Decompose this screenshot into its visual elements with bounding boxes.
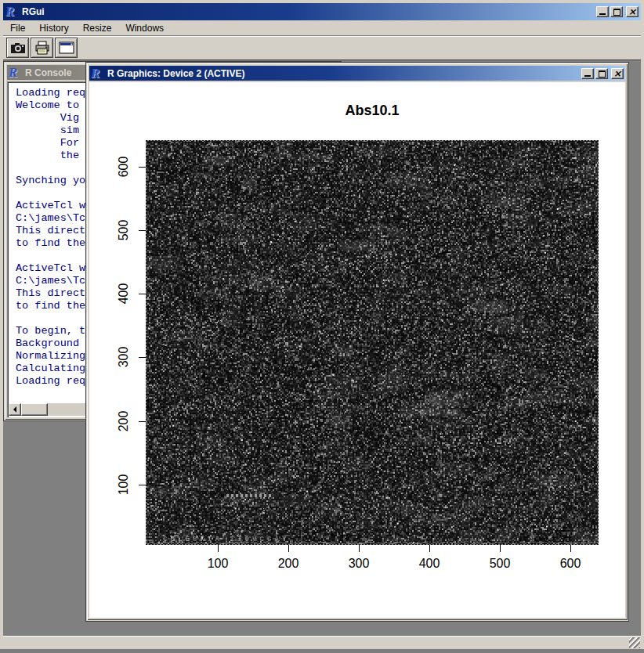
minimize-button[interactable] [596, 6, 609, 17]
new-window-button[interactable] [55, 38, 78, 58]
minimize-icon [584, 75, 591, 77]
x-axis-label: 100 [201, 557, 235, 571]
bottom-frame [3, 636, 641, 649]
plot-area: Abs10.1 10020030040050060010020030040050… [89, 82, 625, 618]
y-axis-tick [139, 421, 146, 422]
x-axis-tick [359, 545, 360, 552]
scroll-left-button[interactable] [9, 403, 21, 416]
graphics-minimize-button[interactable] [581, 68, 594, 79]
y-axis-tick [139, 230, 146, 231]
r-console-icon: R [9, 67, 23, 79]
rgui-main-window: R RGui × File History Resize Windows [0, 0, 644, 653]
scroll-thumb[interactable] [21, 403, 48, 416]
y-axis-label: 100 [117, 469, 131, 500]
x-axis-tick [570, 545, 571, 552]
plot-title: Abs10.1 [294, 103, 450, 119]
camera-icon [10, 41, 26, 54]
x-axis-label: 500 [483, 557, 517, 571]
close-button[interactable]: × [626, 6, 639, 17]
menu-file[interactable]: File [3, 21, 32, 35]
scroll-left-arrow-icon [10, 406, 16, 413]
graphics-close-button[interactable]: × [611, 68, 624, 79]
menu-windows[interactable]: Windows [118, 21, 171, 35]
menu-resize[interactable]: Resize [76, 21, 119, 35]
graphics-title: R Graphics: Device 2 (ACTIVE) [107, 68, 581, 79]
close-icon: × [627, 7, 638, 16]
y-axis-tick [139, 167, 146, 168]
y-axis-tick [139, 294, 146, 294]
maximize-icon [613, 9, 620, 16]
print-button[interactable] [31, 38, 53, 58]
x-axis-label: 600 [553, 557, 588, 571]
resize-grip[interactable] [629, 637, 640, 648]
x-axis-tick [288, 545, 289, 552]
window-icon [59, 41, 74, 54]
menu-history[interactable]: History [32, 21, 75, 35]
minimize-icon [599, 13, 606, 15]
maximize-button[interactable] [610, 6, 623, 17]
y-axis-label: 300 [117, 341, 131, 373]
menu-bar: File History Resize Windows [3, 20, 641, 35]
x-axis-label: 300 [342, 557, 376, 571]
y-axis-label: 600 [117, 151, 131, 182]
maximize-icon [599, 70, 606, 78]
main-window-title: RGui [22, 6, 596, 17]
y-axis-tick [139, 357, 146, 358]
printer-icon [34, 41, 50, 55]
r-app-icon: R [5, 5, 20, 18]
y-axis-label: 500 [117, 215, 131, 246]
microarray-image [146, 140, 599, 545]
bottom-edge [0, 649, 644, 653]
x-axis-tick [218, 545, 219, 552]
main-titlebar[interactable]: R RGui × [3, 3, 641, 20]
x-axis-label: 400 [412, 557, 447, 571]
graphics-maximize-button[interactable] [595, 68, 608, 79]
y-axis-label: 200 [117, 406, 131, 437]
camera-button[interactable] [6, 38, 29, 58]
x-axis-tick [429, 545, 430, 552]
x-axis-label: 200 [271, 557, 306, 571]
graphics-titlebar[interactable]: R R Graphics: Device 2 (ACTIVE) × [89, 66, 625, 81]
y-axis-tick [139, 485, 146, 485]
close-icon: × [612, 69, 623, 78]
graphics-window[interactable]: R R Graphics: Device 2 (ACTIVE) × Abs10.… [86, 63, 628, 621]
x-axis-tick [500, 545, 501, 552]
r-graphics-icon: R [91, 67, 105, 80]
y-axis-label: 400 [117, 278, 131, 309]
toolbar [3, 35, 641, 59]
